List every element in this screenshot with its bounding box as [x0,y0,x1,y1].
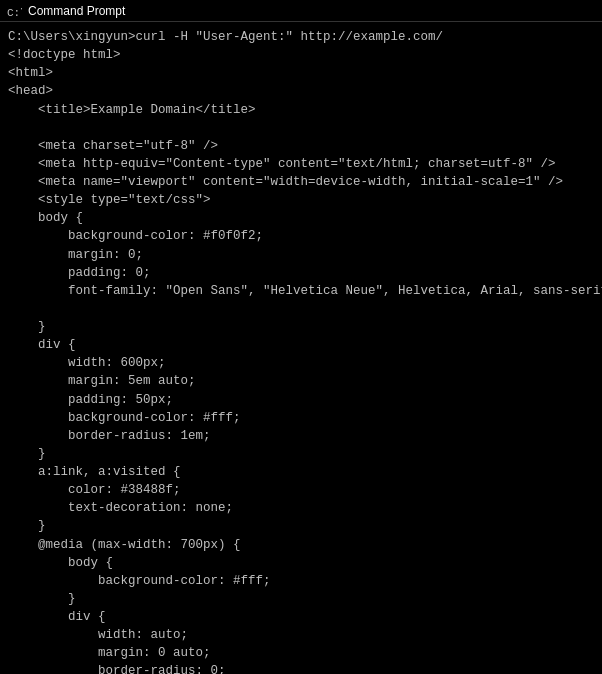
title-bar: C:\ Command Prompt [0,0,602,22]
cmd-icon: C:\ [6,3,22,19]
console-body[interactable]: C:\Users\xingyun>curl -H "User-Agent:" h… [0,22,602,674]
svg-text:C:\: C:\ [7,7,22,19]
window-title: Command Prompt [28,4,125,18]
console-output: C:\Users\xingyun>curl -H "User-Agent:" h… [8,28,594,674]
command-prompt-window: C:\ Command Prompt C:\Users\xingyun>curl… [0,0,602,674]
